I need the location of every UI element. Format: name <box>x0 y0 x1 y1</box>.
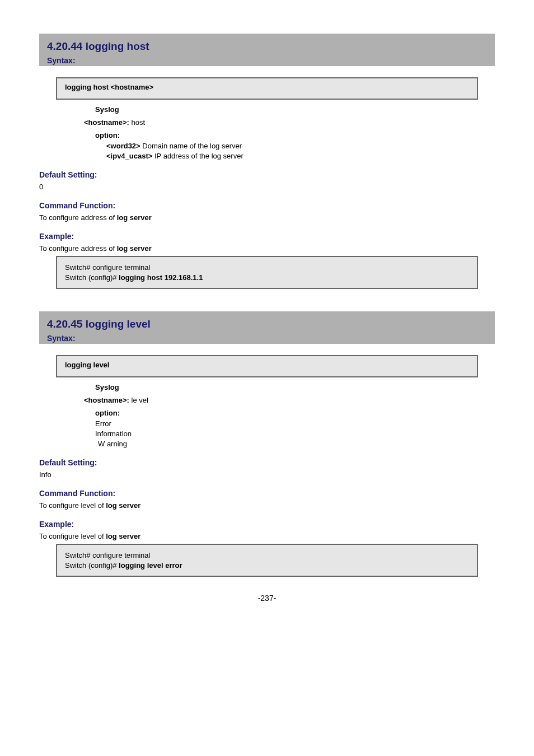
function-suffix-1: log server <box>117 213 152 222</box>
page-content: 4.20.44 logging host Syntax: logging hos… <box>0 0 534 625</box>
function-heading-1: Command Function: <box>39 201 495 210</box>
default-value-2: Info <box>39 470 495 479</box>
hostname-param-1: <hostname>: host <box>39 118 495 127</box>
example-code-box-1: Switch# configure terminal Switch (confi… <box>56 256 478 289</box>
syntax-text-1: logging host <hostname> <box>65 83 153 91</box>
syntax-text-2: logging level <box>65 361 109 369</box>
function-prefix-1: To configure address of <box>39 213 117 222</box>
page-number: -237- <box>39 594 495 603</box>
syslog-group-2: Syslog <box>39 383 495 391</box>
option2-desc-1: IP address of the log server <box>152 152 243 160</box>
code-line-2b-cmd: logging level error <box>119 561 182 570</box>
example-code-box-2: Switch# configure terminal Switch (confi… <box>56 544 478 577</box>
code-line-1b-cmd: logging host 192.168.1.1 <box>119 273 203 282</box>
function-heading-2: Command Function: <box>39 489 495 498</box>
spacer <box>39 295 495 311</box>
example-heading-1: Example: <box>39 232 495 241</box>
level-param-2: <hostname>: le vel <box>39 396 495 404</box>
example-heading-2: Example: <box>39 520 495 529</box>
syntax-box-1: logging host <hostname> <box>56 77 478 100</box>
section-header-2: 4.20.45 logging level Syntax: <box>39 311 495 344</box>
example-prefix-1: To configure address of <box>39 244 117 253</box>
default-heading-1: Default Setting: <box>39 170 495 179</box>
syslog-group-label-2: Syslog <box>95 383 119 391</box>
example-text-2: To configure level of log server <box>39 532 495 540</box>
default-value-1: 0 <box>39 183 495 191</box>
syntax-heading-1: Syntax: <box>47 56 487 65</box>
syntax-heading-2: Syntax: <box>47 334 487 343</box>
code-line-1a: Switch# configure terminal <box>65 263 469 272</box>
function-text-1: To configure address of log server <box>39 213 495 222</box>
function-suffix-2: log server <box>106 501 140 510</box>
syntax-box-2: logging level <box>56 355 478 377</box>
hostname-val-1: host <box>132 118 146 127</box>
option1-key-1: <word32> <box>106 142 140 150</box>
code-line-2b-prefix: Switch (config)# <box>65 561 119 570</box>
syslog-group-label-1: Syslog <box>95 105 119 114</box>
option-label-1: option: <box>39 131 495 139</box>
section-header-1: 4.20.44 logging host Syntax: <box>39 34 495 66</box>
option-label-2: option: <box>39 409 495 417</box>
example-suffix-1: log server <box>117 244 152 253</box>
code-line-1b: Switch (config)# logging host 192.168.1.… <box>65 273 469 282</box>
option-label-text-1: option: <box>95 131 120 139</box>
option-warning-2: W arning <box>39 440 495 448</box>
option1-desc-1: Domain name of the log server <box>140 142 242 150</box>
example-text-1: To configure address of log server <box>39 244 495 253</box>
function-text-2: To configure level of log server <box>39 501 495 510</box>
code-line-2a: Switch# configure terminal <box>65 551 469 559</box>
code-line-1b-prefix: Switch (config)# <box>65 273 119 282</box>
syslog-group-1: Syslog <box>39 105 495 114</box>
option-info-2: Information <box>39 430 495 438</box>
section-title-2: 4.20.45 logging level <box>47 318 487 330</box>
hostname-key-1: <hostname>: <box>84 118 129 127</box>
code-line-2b: Switch (config)# logging level error <box>65 561 469 570</box>
hostname-key-2: <hostname>: <box>84 396 129 404</box>
section-title-1: 4.20.44 logging host <box>47 40 487 53</box>
default-heading-2: Default Setting: <box>39 458 495 467</box>
example-suffix-2: log server <box>106 532 140 540</box>
level-val-2: le vel <box>132 396 148 404</box>
option-error-2: Error <box>39 419 495 428</box>
example-prefix-2: To configure level of <box>39 532 106 540</box>
option1-1: <word32> Domain name of the log server <box>39 142 495 150</box>
option-label-text-2: option: <box>95 409 120 417</box>
option2-1: <ipv4_ucast> IP address of the log serve… <box>39 152 495 160</box>
option2-key-1: <ipv4_ucast> <box>106 152 152 160</box>
function-prefix-2: To configure level of <box>39 501 106 510</box>
